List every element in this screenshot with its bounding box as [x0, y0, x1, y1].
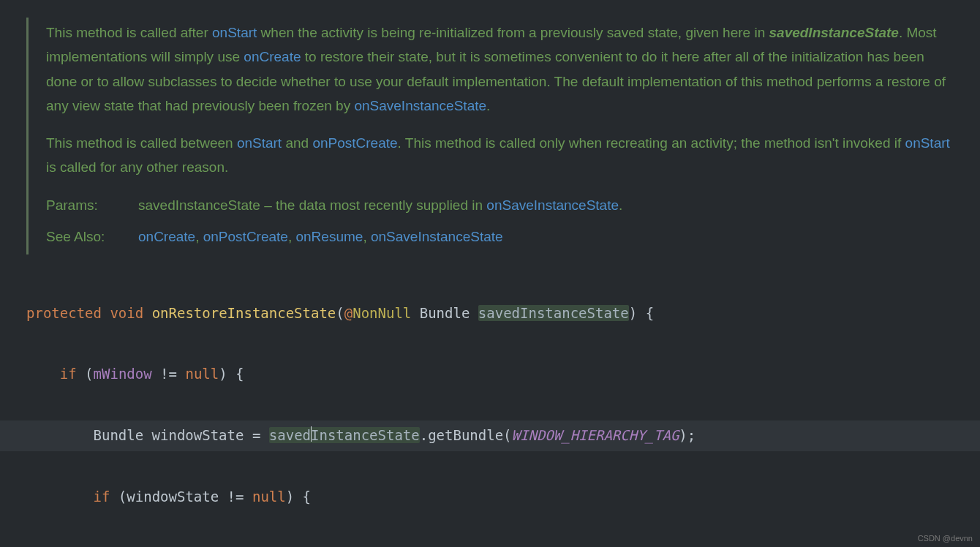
space [177, 366, 185, 382]
brace-open: { [646, 305, 654, 321]
sep: , [195, 229, 203, 244]
code-line: if (windowState != null) { [26, 482, 980, 513]
keyword-null: null [252, 488, 286, 505]
javadoc-seealso-body: onCreate, onPostCreate, onResume, onSave… [138, 225, 951, 249]
javadoc-seealso-label: See Also: [46, 225, 138, 249]
doc-link-onstart[interactable]: onStart [237, 135, 282, 151]
javadoc-param-name: savedInstanceState [138, 197, 260, 213]
paren-open: ( [118, 488, 127, 505]
doc-text: – the data most recently supplied in [260, 197, 486, 213]
watermark: CSDN @devnn [918, 534, 973, 543]
keyword-protected: protected [26, 305, 102, 321]
javadoc-params-body: savedInstanceState – the data most recen… [138, 193, 951, 217]
doc-text: is called for any other reason. [46, 159, 228, 175]
space [260, 427, 268, 443]
javadoc-params-label: Params: [46, 193, 138, 217]
javadoc-paragraph-1: This method is called after onStart when… [46, 20, 951, 118]
space [244, 427, 252, 443]
space [470, 305, 478, 321]
doc-link-oncreate[interactable]: onCreate [244, 49, 301, 64]
space [152, 366, 160, 382]
space [102, 305, 110, 321]
doc-text: This method is called between [46, 135, 237, 151]
doc-text: This method is called after [46, 25, 212, 40]
doc-link-onsaveinstancestate[interactable]: onSaveInstanceState [371, 229, 503, 244]
brace-open: { [303, 488, 311, 505]
code-editor[interactable]: protected void onRestoreInstanceState(@N… [26, 268, 980, 547]
javadoc-params-row: Params: savedInstanceState – the data mo… [46, 193, 951, 217]
code-line: protected void onRestoreInstanceState(@N… [26, 298, 980, 329]
var-name: windowState [152, 427, 244, 443]
field-mwindow: mWindow [94, 366, 152, 382]
doc-param-ref: savedInstanceState [769, 25, 899, 40]
paren-close: ) [629, 305, 646, 321]
doc-link-onpostcreate[interactable]: onPostCreate [312, 135, 397, 151]
javadoc-block: This method is called after onStart when… [26, 18, 980, 254]
semicolon: ; [687, 427, 696, 443]
keyword-if: if [60, 366, 77, 382]
doc-link-oncreate[interactable]: onCreate [138, 229, 195, 244]
paren-close: ) [679, 427, 687, 443]
constant-window-hierarchy-tag: WINDOW_HIERARCHY_TAG [512, 427, 679, 443]
doc-link-onpostcreate[interactable]: onPostCreate [203, 229, 288, 244]
paren-close: ) [219, 366, 235, 382]
identifier-highlight: savedInstanceState [269, 427, 420, 443]
space [411, 305, 419, 321]
doc-link-onstart[interactable]: onStart [212, 25, 257, 40]
code-line: mWindow.restoreHierarchyState(windowStat… [26, 543, 980, 547]
ident-post: InstanceState [311, 427, 420, 443]
sep: , [288, 229, 296, 244]
doc-text: . [486, 98, 490, 113]
keyword-if: if [94, 488, 110, 505]
space [143, 427, 151, 443]
doc-link-onstart[interactable]: onStart [905, 135, 950, 151]
space [110, 488, 118, 505]
doc-link-onsaveinstancestate[interactable]: onSaveInstanceState [354, 98, 486, 113]
javadoc-seealso-row: See Also: onCreate, onPostCreate, onResu… [46, 225, 951, 249]
paren-open: ( [85, 366, 93, 382]
keyword-void: void [110, 305, 143, 321]
var-ref: windowState [127, 488, 219, 505]
keyword-null: null [185, 366, 219, 382]
javadoc-paragraph-2: This method is called between onStart an… [46, 131, 951, 180]
paren-open: ( [336, 305, 344, 321]
operator-eq: = [252, 427, 260, 443]
code-line: if (mWindow != null) { [26, 359, 980, 390]
brace-open: { [235, 366, 244, 382]
method-call-getbundle: .getBundle( [420, 427, 512, 443]
doc-text: and [282, 135, 312, 151]
doc-text: . This method is called only when recrea… [398, 135, 905, 151]
annotation-nonnull: NonNull [353, 305, 411, 321]
ident-pre: saved [269, 427, 311, 443]
doc-text: . [619, 197, 622, 213]
method-name: onRestoreInstanceState [152, 305, 336, 321]
operator-ne: != [160, 366, 177, 382]
param-type: Bundle [420, 305, 470, 321]
space [77, 366, 85, 382]
var-type: Bundle [94, 427, 144, 443]
paren-close: ) [286, 488, 303, 505]
operator-ne: != [227, 488, 244, 505]
sep: , [363, 229, 371, 244]
doc-link-onresume[interactable]: onResume [295, 229, 363, 244]
doc-link-onsaveinstancestate[interactable]: onSaveInstanceState [486, 197, 619, 213]
space [244, 488, 252, 505]
space [219, 488, 227, 505]
code-line-current: Bundle windowState = savedInstanceState.… [0, 420, 980, 451]
annotation-at: @ [344, 305, 353, 321]
space [143, 305, 151, 321]
param-name-highlight: savedInstanceState [478, 305, 629, 321]
doc-text: when the activity is being re-initialize… [257, 25, 769, 40]
